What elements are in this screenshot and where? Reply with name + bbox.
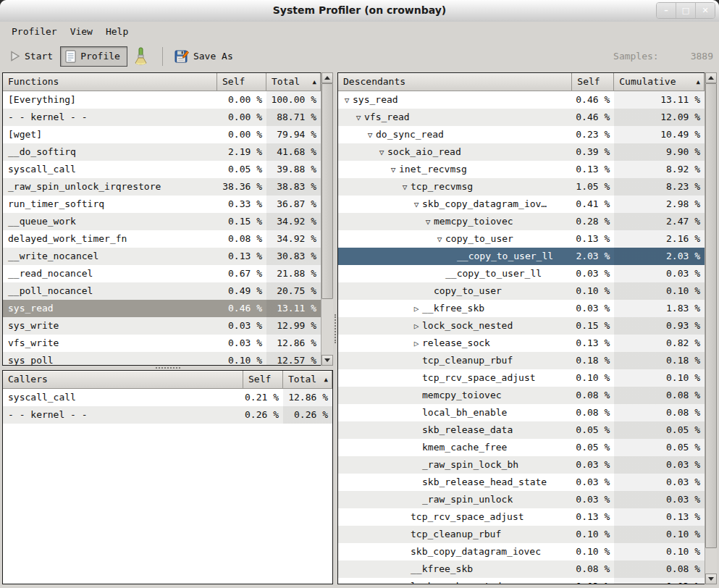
- tree-row[interactable]: local_bh_enable0.08 %0.08 %: [338, 404, 705, 421]
- self-percent: 0.00 %: [217, 126, 266, 143]
- table-row[interactable]: __poll_nocancel0.49 %20.75 %: [3, 282, 321, 300]
- table-row[interactable]: __do_softirq2.19 %41.68 %: [3, 143, 321, 161]
- table-row[interactable]: vfs_write0.03 %12.86 %: [3, 335, 321, 352]
- menu-help[interactable]: Help: [99, 24, 135, 39]
- tree-row[interactable]: ▽vfs_read0.46 %12.09 %: [338, 109, 705, 126]
- tree-row[interactable]: ▽copy_to_user0.13 %2.16 %: [338, 230, 705, 248]
- scroll-up-button[interactable]: [321, 72, 333, 83]
- expander-open-icon[interactable]: ▽: [422, 214, 434, 230]
- callers-panel: Callers Self Total ▲ syscall_call0.21 %1…: [2, 370, 333, 584]
- expander-collapsed-icon[interactable]: ▷: [411, 301, 422, 317]
- tree-row[interactable]: ▽do_sync_read0.23 %10.49 %: [338, 126, 705, 143]
- minimize-button[interactable]: –: [657, 3, 676, 18]
- title-bar[interactable]: System Profiler (on crownbay) – □ ✕: [0, 0, 719, 22]
- maximize-button[interactable]: □: [676, 3, 695, 18]
- table-row[interactable]: - - kernel - -0.00 %88.71 %: [3, 109, 321, 126]
- function-name-label: tcp_cleanup_rbuf: [422, 355, 513, 366]
- descendants-scrollbar[interactable]: [705, 72, 717, 584]
- total-column-header[interactable]: Total ▲: [283, 371, 332, 389]
- tree-row[interactable]: ▽inet_recvmsg0.13 %8.92 %: [338, 161, 705, 178]
- close-button[interactable]: ✕: [695, 3, 715, 18]
- tree-row[interactable]: __copy_to_user_ll2.03 %2.03 %: [338, 248, 705, 265]
- tree-row[interactable]: skb_copy_datagram_iovec0.10 %0.10 %: [338, 543, 705, 560]
- self-percent: 0.13 %: [572, 161, 614, 178]
- tree-row[interactable]: ▽memcpy_toiovec0.28 %2.47 %: [338, 213, 705, 230]
- table-row[interactable]: delayed_work_timer_fn0.08 %34.92 %: [3, 230, 321, 248]
- menu-view[interactable]: View: [64, 24, 99, 39]
- self-column-header[interactable]: Self: [217, 73, 266, 91]
- tree-row[interactable]: ▷__kfree_skb0.03 %1.83 %: [338, 300, 705, 317]
- tree-row[interactable]: copy_to_user0.10 %0.10 %: [338, 282, 705, 300]
- scrollbar-thumb[interactable]: [321, 83, 333, 299]
- tree-row[interactable]: ▽sock_aio_read0.39 %9.90 %: [338, 143, 705, 161]
- tree-row[interactable]: tcp_rcv_space_adjust0.10 %0.10 %: [338, 369, 705, 387]
- self-column-header[interactable]: Self: [243, 371, 283, 389]
- tree-row[interactable]: kmem_cache_free0.05 %0.05 %: [338, 439, 705, 456]
- table-row[interactable]: sys_poll0.10 %12.57 %: [3, 352, 321, 366]
- table-row[interactable]: sys_write0.03 %12.99 %: [3, 317, 321, 335]
- tree-row[interactable]: ▽sys_read0.46 %13.11 %: [338, 91, 705, 109]
- tree-row[interactable]: ▽tcp_recvmsg1.05 %8.23 %: [338, 178, 705, 196]
- functions-column-header[interactable]: Functions: [3, 73, 217, 91]
- tree-row[interactable]: _raw_spin_lock_bh0.03 %0.03 %: [338, 456, 705, 474]
- total-percent: 13.11 %: [266, 300, 321, 317]
- self-column-header[interactable]: Self: [572, 73, 614, 91]
- total-percent: 79.94 %: [266, 126, 321, 143]
- table-row[interactable]: _raw_spin_unlock_irqrestore38.36 %38.83 …: [3, 178, 321, 196]
- descendants-column-header[interactable]: Descendants: [338, 73, 572, 91]
- function-name: sys_write: [3, 317, 217, 335]
- tree-row[interactable]: tcp_rcv_space_adjust0.13 %0.13 %: [338, 508, 705, 526]
- expander-open-icon[interactable]: ▽: [353, 109, 364, 126]
- tree-row[interactable]: skb_release_data0.05 %0.05 %: [338, 421, 705, 439]
- table-row[interactable]: __write_nocancel0.13 %30.83 %: [3, 248, 321, 265]
- functions-scrollbar[interactable]: [321, 72, 333, 366]
- menu-profiler[interactable]: Profiler: [5, 24, 64, 39]
- cumulative-column-header[interactable]: Cumulative ▲: [614, 73, 705, 91]
- table-row[interactable]: syscall_call0.21 %12.86 %: [3, 389, 332, 406]
- tree-row[interactable]: _raw_spin_unlock0.03 %0.03 %: [338, 491, 705, 508]
- expander-open-icon[interactable]: ▽: [341, 92, 353, 109]
- expander-open-icon[interactable]: ▽: [434, 231, 445, 248]
- table-row[interactable]: [Everything]0.00 %100.00 %: [3, 91, 321, 109]
- tree-row[interactable]: __copy_to_user_ll0.03 %0.03 %: [338, 265, 705, 282]
- scrollbar-thumb[interactable]: [705, 83, 717, 548]
- tree-row[interactable]: skb_release_head_state0.03 %0.03 %: [338, 474, 705, 491]
- table-row[interactable]: syscall_call0.05 %39.88 %: [3, 161, 321, 178]
- tree-row[interactable]: tcp_cleanup_rbuf0.10 %0.10 %: [338, 526, 705, 543]
- callers-column-header[interactable]: Callers: [3, 371, 243, 389]
- function-name-label: skb_release_head_state: [422, 476, 547, 487]
- expander-collapsed-icon[interactable]: ▷: [411, 318, 422, 335]
- table-row[interactable]: - - kernel - -0.26 %0.26 %: [3, 406, 332, 424]
- scroll-down-button[interactable]: [705, 574, 717, 584]
- tree-row[interactable]: tcp_cleanup_rbuf0.18 %0.18 %: [338, 352, 705, 369]
- scroll-down-button[interactable]: [321, 355, 333, 366]
- expander-open-icon[interactable]: ▽: [387, 161, 399, 178]
- reset-button[interactable]: [127, 43, 156, 70]
- expander-open-icon[interactable]: ▽: [364, 127, 376, 143]
- tree-row[interactable]: ▽skb_copy_datagram_iov…0.41 %2.98 %: [338, 196, 705, 213]
- save-as-button[interactable]: Save As: [169, 46, 240, 67]
- brush-icon: [133, 47, 148, 66]
- table-row[interactable]: sys_read0.46 %13.11 %: [3, 300, 321, 317]
- expander-open-icon[interactable]: ▽: [376, 144, 387, 161]
- tree-row[interactable]: __kfree_skb0.08 %0.08 %: [338, 560, 705, 578]
- tree-row[interactable]: memcpy_toiovec0.08 %0.08 %: [338, 387, 705, 404]
- tree-row[interactable]: ▷release_sock0.13 %0.82 %: [338, 335, 705, 352]
- table-row[interactable]: [wget]0.00 %79.94 %: [3, 126, 321, 143]
- expander-open-icon[interactable]: ▽: [411, 196, 422, 213]
- scroll-up-button[interactable]: [705, 72, 717, 83]
- total-column-header[interactable]: Total ▲: [266, 73, 321, 91]
- start-button[interactable]: Start: [4, 47, 60, 65]
- cumulative-percent: 2.98 %: [614, 196, 705, 213]
- table-row[interactable]: run_timer_softirq0.33 %36.87 %: [3, 196, 321, 213]
- expander-open-icon[interactable]: ▽: [399, 179, 411, 196]
- self-percent: 0.46 %: [572, 91, 614, 109]
- expander-collapsed-icon[interactable]: ▷: [411, 335, 422, 352]
- table-row[interactable]: __queue_work0.15 %34.92 %: [3, 213, 321, 230]
- tree-row[interactable]: ▷lock_sock_nested0.15 %0.93 %: [338, 317, 705, 335]
- toolbar: Start Profile: [0, 41, 719, 72]
- tree-row[interactable]: lock_sock_nested0.03 %0.03 %: [338, 578, 705, 584]
- table-row[interactable]: __read_nocancel0.67 %21.88 %: [3, 265, 321, 282]
- profile-toggle-button[interactable]: Profile: [60, 46, 127, 67]
- function-name-label: lock_sock_nested: [411, 581, 501, 584]
